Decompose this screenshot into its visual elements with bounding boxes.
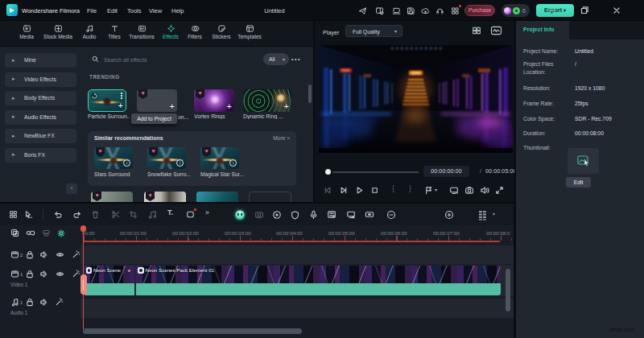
track-wand-icon[interactable] [55, 298, 64, 307]
menu-view[interactable]: View [149, 7, 162, 14]
restore-button[interactable] [580, 6, 589, 15]
download-icon[interactable]: ↓ [229, 159, 237, 167]
search-icon[interactable] [92, 56, 99, 63]
hide-track-icon[interactable] [56, 250, 64, 259]
volume-button[interactable] [480, 186, 489, 195]
effect-card-particle-surround[interactable]: + [88, 89, 126, 112]
account-pill[interactable]: + 0 [502, 4, 530, 17]
seek-bar[interactable] [332, 171, 419, 173]
text-tool-icon[interactable]: T. [167, 208, 173, 216]
effect-card-partial[interactable]: ♥ [91, 192, 133, 202]
apps-grid-icon[interactable] [451, 6, 460, 15]
mute-icon[interactable] [39, 250, 48, 259]
category-audio-effects[interactable]: ▸ Audio Effects [5, 110, 76, 125]
workspace-icon[interactable] [375, 6, 384, 15]
snapshot-button[interactable] [464, 186, 474, 195]
effect-card-partial[interactable]: ♥ [144, 192, 186, 202]
select-tool-icon[interactable] [24, 210, 33, 219]
undo-icon[interactable] [53, 210, 63, 219]
menu-edit[interactable]: Edit [107, 7, 118, 14]
zoom-out-icon[interactable] [386, 210, 396, 220]
snapping-icon[interactable] [56, 229, 66, 238]
clip-neon-scenes-pack[interactable]: Neon Scenes Pack Element 01 [136, 266, 501, 295]
track-wand-icon[interactable] [72, 250, 80, 259]
effect-card-placeholder[interactable] [249, 192, 291, 202]
add-to-project-icon[interactable]: + [284, 102, 289, 110]
timeline-horizontal-scrollbar[interactable] [83, 328, 302, 334]
effect-card-vortex-rings[interactable]: ♥ + [194, 89, 234, 112]
timeline-vertical-scrollbar[interactable] [506, 269, 510, 311]
playhead-handle[interactable] [80, 225, 86, 232]
minimize-button[interactable] [547, 6, 557, 15]
crop-icon[interactable] [129, 210, 138, 219]
current-timecode[interactable]: 00:00:00:00 [423, 166, 469, 177]
zoom-in-icon[interactable] [444, 210, 454, 220]
menu-file[interactable]: File [87, 7, 97, 14]
save-icon[interactable] [407, 6, 415, 15]
category-boris-fx[interactable]: ▸ Boris FX [5, 148, 76, 163]
device-icon[interactable] [392, 6, 401, 15]
lock-icon[interactable] [26, 270, 34, 278]
render-preview-icon[interactable] [490, 26, 502, 35]
stop-button[interactable] [370, 186, 379, 195]
ai-camera-icon[interactable] [254, 210, 264, 219]
purchase-button[interactable]: Purchase [464, 5, 495, 16]
download-icon[interactable]: ↓ [176, 159, 184, 167]
fit-timeline-icon[interactable] [365, 210, 374, 219]
menu-help[interactable]: Help [171, 7, 184, 14]
cloud-upload-icon[interactable] [421, 6, 430, 15]
tab-templates[interactable]: Templates [231, 23, 268, 45]
effect-card-partial[interactable] [196, 192, 238, 202]
split-icon[interactable] [111, 210, 120, 219]
mark-out-button[interactable]: } [409, 184, 411, 192]
delete-icon[interactable] [91, 210, 100, 219]
shield-icon[interactable] [291, 210, 299, 220]
mirror-display-button[interactable] [449, 186, 459, 195]
clip-neon-scene[interactable]: Neon Scene ★ [84, 266, 134, 295]
coin-icon[interactable]: + [513, 7, 520, 14]
audio-mixer-icon[interactable] [327, 210, 336, 219]
video-preview[interactable] [319, 45, 513, 153]
similar-more-link[interactable]: More > [273, 135, 290, 141]
trim-handle[interactable] [80, 274, 87, 295]
panel-more-button[interactable]: ••• [291, 56, 301, 62]
sidebar-collapse-button[interactable]: ‹ [66, 183, 77, 194]
support-icon[interactable] [436, 6, 444, 15]
menu-tools[interactable]: Tools [127, 7, 142, 14]
lock-icon[interactable] [26, 250, 34, 259]
ai-copilot-icon[interactable] [235, 210, 245, 220]
fullscreen-button[interactable] [495, 186, 504, 195]
record-icon[interactable] [272, 210, 282, 220]
play-button[interactable] [355, 186, 364, 195]
effect-card-stars-surround[interactable]: ♥ ↓ [94, 147, 133, 169]
effect-card-magical-star[interactable]: ♥ ↓ [200, 147, 239, 169]
redo-icon[interactable] [72, 210, 82, 219]
mute-icon[interactable] [39, 298, 48, 307]
edit-button[interactable]: Edit [566, 177, 591, 188]
export-dropdown-icon[interactable]: ▾ [564, 8, 566, 13]
category-mine[interactable]: ▸ Mine [5, 53, 76, 68]
search-input[interactable]: Search all effects [104, 57, 147, 63]
category-body-effects[interactable]: ▸ Body Effects [5, 91, 76, 105]
quality-dropdown[interactable]: Full Quality ▾ [345, 25, 402, 37]
track-wand-icon[interactable] [72, 270, 80, 278]
render-flag-button[interactable] [424, 186, 433, 195]
effect-card-dynamic-ring[interactable]: + [243, 89, 291, 112]
mark-in-button[interactable]: { [392, 184, 394, 192]
project-thumbnail[interactable] [568, 148, 599, 174]
add-to-project-icon[interactable]: + [118, 101, 123, 109]
speed-icon[interactable] [148, 210, 158, 219]
microphone-icon[interactable] [309, 210, 318, 220]
avatar[interactable] [504, 7, 511, 14]
track-manager-dropdown-icon[interactable]: ▾ [493, 211, 495, 216]
effects-scrollbar[interactable] [308, 84, 312, 103]
render-track-icon[interactable] [42, 229, 51, 237]
lock-icon[interactable] [26, 298, 34, 307]
add-to-project-icon[interactable]: + [227, 102, 232, 110]
add-track-icon[interactable] [10, 229, 19, 237]
close-button[interactable] [612, 6, 621, 15]
download-icon[interactable]: ↓ [123, 159, 130, 167]
mask-icon[interactable] [186, 210, 195, 219]
next-frame-button[interactable] [339, 186, 348, 195]
link-clips-icon[interactable] [26, 229, 35, 237]
